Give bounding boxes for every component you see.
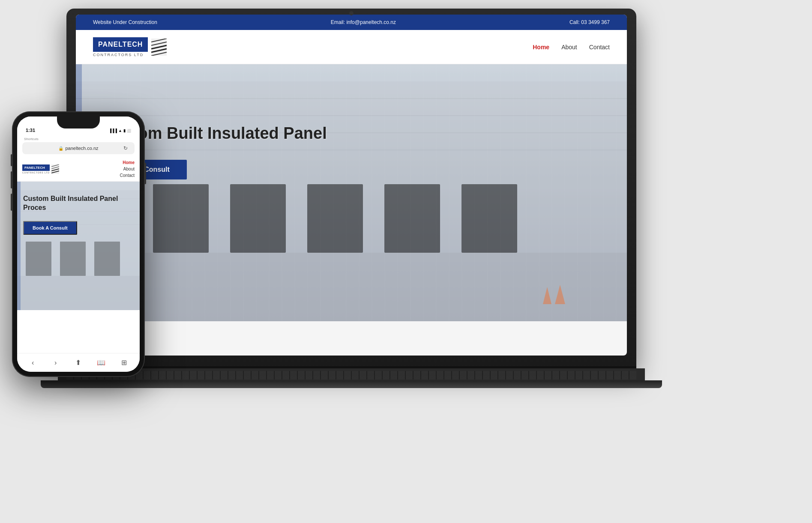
laptop-topbar-right: Call: 03 3499 367	[569, 19, 610, 25]
phone-nav: Home About Contact	[120, 160, 135, 178]
phone-bookmarks-button[interactable]: 📖	[96, 358, 106, 368]
laptop-screen: Website Under Construction Email: info@p…	[76, 15, 627, 356]
phone-logo: PANELTECH CONTRACTORS LTD	[22, 164, 59, 174]
phone-logo-name: PANELTECH	[22, 164, 50, 171]
phone-logo-sub: CONTRACTORS LTD	[22, 171, 50, 174]
laptop-body: Website Under Construction Email: info@p…	[66, 9, 636, 368]
phone-shortcuts-label: Shortcuts	[24, 137, 39, 141]
laptop-camera	[349, 11, 354, 15]
laptop-topbar: Website Under Construction Email: info@p…	[76, 15, 627, 30]
laptop-nav-contact[interactable]: Contact	[589, 44, 610, 51]
laptop-logo: PANELTECH CONTRACTORS LTD	[93, 37, 167, 57]
phone-shortcuts-bar: Shortcuts	[17, 135, 140, 142]
laptop-hero: Custom Built Insulated Panel Book A Cons…	[76, 64, 627, 321]
phone-status-icons: ▐▐▐ ▲ ▮ ⬜	[109, 129, 131, 133]
laptop-hero-title: Custom Built Insulated Panel	[102, 124, 601, 143]
laptop-header: PANELTECH CONTRACTORS LTD	[76, 30, 627, 64]
phone-tabs-button[interactable]: ⊞	[119, 358, 129, 368]
phone-hero-title: Custom Built Insulated Panel Proces	[23, 194, 134, 212]
laptop-hero-content: Custom Built Insulated Panel Book A Cons…	[76, 64, 627, 179]
phone-signal-icon: ▐▐▐	[109, 129, 117, 133]
phone-vol-up-button	[11, 171, 12, 188]
phone-battery-icon: ▮	[123, 129, 126, 133]
phone-nav-contact[interactable]: Contact	[120, 173, 135, 178]
svg-rect-16	[461, 184, 517, 253]
laptop-screen-bezel: Website Under Construction Email: info@p…	[76, 15, 627, 356]
phone-wifi-icon: ▲	[118, 129, 122, 133]
laptop-nav-about[interactable]: About	[561, 44, 577, 51]
phone-hero-content: Custom Built Insulated Panel Proces Book…	[17, 182, 140, 235]
laptop: Website Under Construction Email: info@p…	[66, 9, 636, 381]
svg-rect-17	[76, 253, 627, 321]
laptop-topbar-left: Website Under Construction	[93, 19, 157, 25]
phone-notch	[57, 117, 100, 129]
phone-back-button[interactable]: ‹	[28, 358, 38, 368]
phone-content: PANELTECH CONTRACTORS LTD Home	[17, 157, 140, 353]
svg-rect-14	[307, 184, 363, 253]
phone-nav-home[interactable]: Home	[123, 160, 135, 165]
scene: Website Under Construction Email: info@p…	[0, 0, 812, 523]
phone-screen-area: 1:31 ▐▐▐ ▲ ▮ ⬜ Shortcuts 🔒 paneltech.co.…	[17, 117, 140, 372]
laptop-nav: Home About Contact	[533, 44, 610, 51]
laptop-logo-icon	[151, 39, 167, 56]
phone-mute-button	[11, 154, 12, 166]
phone-time: 1:31	[26, 128, 35, 133]
phone-bottom-bar: ‹ › ⬆ 📖 ⊞	[17, 353, 140, 372]
svg-rect-15	[384, 184, 440, 253]
laptop-base	[58, 368, 645, 381]
laptop-nav-home[interactable]: Home	[533, 44, 549, 51]
phone-url-text: paneltech.co.nz	[65, 146, 98, 151]
laptop-topbar-center: Email: info@paneltech.co.nz	[331, 19, 396, 25]
phone-hero: Custom Built Insulated Panel Proces Book…	[17, 182, 140, 310]
phone-lock-icon: 🔒	[58, 146, 63, 151]
svg-rect-12	[153, 184, 209, 253]
phone-book-consult-button[interactable]: Book A Consult	[23, 221, 77, 235]
phone-nav-about[interactable]: About	[123, 167, 135, 171]
phone-forward-button[interactable]: ›	[51, 358, 61, 368]
phone-reload-icon[interactable]: ↻	[123, 145, 128, 151]
phone-logo-icon	[51, 164, 59, 174]
phone-battery-indicator: ⬜	[127, 129, 131, 133]
phone-urlbar[interactable]: 🔒 paneltech.co.nz ↻	[22, 142, 135, 154]
phone-power-button	[144, 163, 146, 184]
laptop-keyboard	[58, 368, 645, 381]
phone: 1:31 ▐▐▐ ▲ ▮ ⬜ Shortcuts 🔒 paneltech.co.…	[12, 111, 145, 377]
laptop-logo-sub: CONTRACTORS LTD	[93, 53, 148, 57]
laptop-base-bottom	[41, 380, 662, 388]
phone-vol-down-button	[11, 194, 12, 211]
svg-rect-13	[230, 184, 286, 253]
laptop-logo-name: PANELTECH	[93, 37, 148, 52]
phone-header: PANELTECH CONTRACTORS LTD Home	[17, 157, 140, 182]
phone-share-button[interactable]: ⬆	[73, 358, 84, 368]
